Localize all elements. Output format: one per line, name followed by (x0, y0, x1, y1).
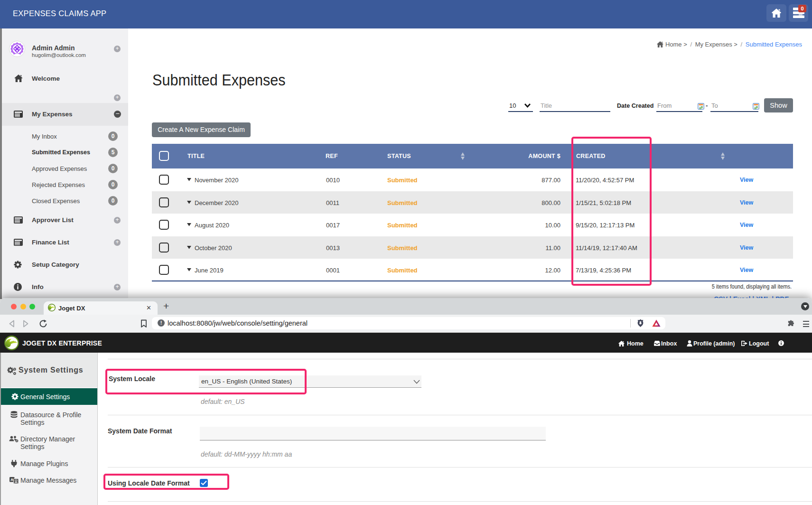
svg-text:A: A (10, 477, 13, 482)
